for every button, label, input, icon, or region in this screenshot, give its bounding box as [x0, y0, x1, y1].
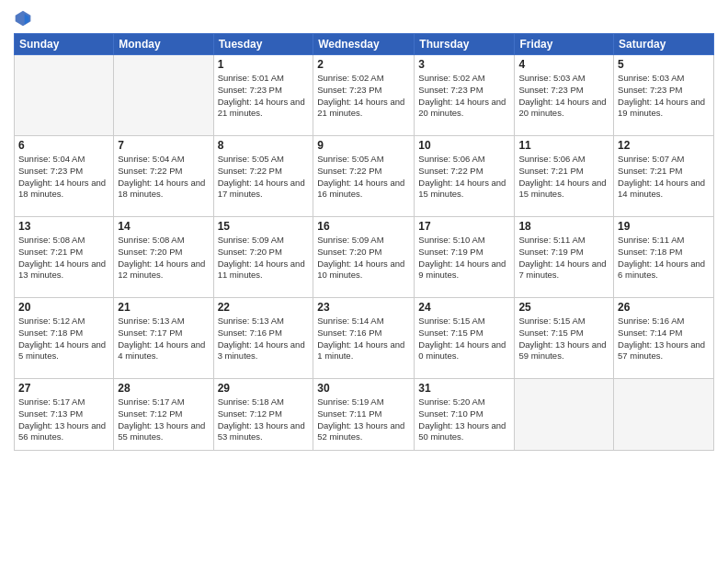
column-header-tuesday: Tuesday — [213, 34, 313, 55]
column-header-thursday: Thursday — [415, 34, 515, 55]
day-info: Sunrise: 5:17 AM Sunset: 7:12 PM Dayligh… — [118, 396, 209, 443]
day-number: 27 — [18, 382, 109, 395]
calendar-cell: 16Sunrise: 5:09 AM Sunset: 7:20 PM Dayli… — [313, 217, 415, 298]
week-row-4: 20Sunrise: 5:12 AM Sunset: 7:18 PM Dayli… — [15, 298, 714, 379]
day-info: Sunrise: 5:11 AM Sunset: 7:18 PM Dayligh… — [618, 235, 710, 282]
day-info: Sunrise: 5:16 AM Sunset: 7:14 PM Dayligh… — [618, 316, 710, 362]
calendar-cell: 12Sunrise: 5:07 AM Sunset: 7:21 PM Dayli… — [614, 136, 714, 217]
day-info: Sunrise: 5:02 AM Sunset: 7:23 PM Dayligh… — [418, 73, 510, 120]
calendar-cell: 8Sunrise: 5:05 AM Sunset: 7:22 PM Daylig… — [213, 136, 313, 217]
calendar-cell: 20Sunrise: 5:12 AM Sunset: 7:18 PM Dayli… — [15, 298, 114, 379]
day-info: Sunrise: 5:11 AM Sunset: 7:19 PM Dayligh… — [518, 235, 609, 282]
calendar-header: SundayMondayTuesdayWednesdayThursdayFrid… — [15, 34, 714, 55]
calendar-cell: 29Sunrise: 5:18 AM Sunset: 7:12 PM Dayli… — [213, 379, 313, 451]
day-info: Sunrise: 5:05 AM Sunset: 7:22 PM Dayligh… — [218, 154, 310, 201]
calendar-cell: 18Sunrise: 5:11 AM Sunset: 7:19 PM Dayli… — [515, 217, 614, 298]
calendar-cell: 5Sunrise: 5:03 AM Sunset: 7:23 PM Daylig… — [614, 55, 714, 136]
calendar-body: 1Sunrise: 5:01 AM Sunset: 7:23 PM Daylig… — [15, 55, 714, 451]
day-number: 17 — [418, 220, 510, 233]
column-header-friday: Friday — [515, 34, 614, 55]
day-number: 30 — [317, 382, 410, 395]
week-row-5: 27Sunrise: 5:17 AM Sunset: 7:13 PM Dayli… — [15, 379, 714, 451]
calendar-cell: 15Sunrise: 5:09 AM Sunset: 7:20 PM Dayli… — [213, 217, 313, 298]
day-number: 4 — [518, 58, 609, 71]
calendar-cell — [614, 379, 714, 451]
day-info: Sunrise: 5:06 AM Sunset: 7:22 PM Dayligh… — [418, 154, 510, 201]
day-info: Sunrise: 5:17 AM Sunset: 7:13 PM Dayligh… — [18, 396, 109, 443]
day-info: Sunrise: 5:19 AM Sunset: 7:11 PM Dayligh… — [317, 396, 410, 443]
day-info: Sunrise: 5:09 AM Sunset: 7:20 PM Dayligh… — [218, 235, 310, 282]
calendar-cell: 28Sunrise: 5:17 AM Sunset: 7:12 PM Dayli… — [114, 379, 213, 451]
logo — [14, 9, 36, 28]
calendar-cell: 24Sunrise: 5:15 AM Sunset: 7:15 PM Dayli… — [415, 298, 515, 379]
day-info: Sunrise: 5:18 AM Sunset: 7:12 PM Dayligh… — [218, 396, 310, 443]
calendar-cell: 27Sunrise: 5:17 AM Sunset: 7:13 PM Dayli… — [15, 379, 114, 451]
day-info: Sunrise: 5:13 AM Sunset: 7:17 PM Dayligh… — [118, 316, 209, 362]
day-number: 3 — [418, 58, 510, 71]
calendar-cell: 17Sunrise: 5:10 AM Sunset: 7:19 PM Dayli… — [415, 217, 515, 298]
day-number: 22 — [218, 301, 310, 314]
day-number: 11 — [518, 139, 609, 152]
day-number: 14 — [118, 220, 209, 233]
day-number: 16 — [317, 220, 410, 233]
calendar-cell: 25Sunrise: 5:15 AM Sunset: 7:15 PM Dayli… — [515, 298, 614, 379]
day-number: 5 — [618, 58, 710, 71]
week-row-3: 13Sunrise: 5:08 AM Sunset: 7:21 PM Dayli… — [15, 217, 714, 298]
calendar-cell: 2Sunrise: 5:02 AM Sunset: 7:23 PM Daylig… — [313, 55, 415, 136]
day-number: 1 — [218, 58, 310, 71]
day-number: 18 — [518, 220, 609, 233]
day-number: 29 — [218, 382, 310, 395]
calendar-cell — [515, 379, 614, 451]
calendar-cell: 1Sunrise: 5:01 AM Sunset: 7:23 PM Daylig… — [213, 55, 313, 136]
column-header-sunday: Sunday — [15, 34, 114, 55]
day-number: 19 — [618, 220, 710, 233]
day-number: 25 — [518, 301, 609, 314]
day-number: 12 — [618, 139, 710, 152]
day-info: Sunrise: 5:02 AM Sunset: 7:23 PM Dayligh… — [317, 73, 410, 120]
calendar-cell: 14Sunrise: 5:08 AM Sunset: 7:20 PM Dayli… — [114, 217, 213, 298]
day-info: Sunrise: 5:03 AM Sunset: 7:23 PM Dayligh… — [618, 73, 710, 120]
calendar-cell: 26Sunrise: 5:16 AM Sunset: 7:14 PM Dayli… — [614, 298, 714, 379]
day-info: Sunrise: 5:08 AM Sunset: 7:20 PM Dayligh… — [118, 235, 209, 282]
calendar-cell: 30Sunrise: 5:19 AM Sunset: 7:11 PM Dayli… — [313, 379, 415, 451]
day-info: Sunrise: 5:15 AM Sunset: 7:15 PM Dayligh… — [418, 316, 510, 362]
day-info: Sunrise: 5:03 AM Sunset: 7:23 PM Dayligh… — [518, 73, 609, 120]
day-number: 31 — [418, 382, 510, 395]
header-row: SundayMondayTuesdayWednesdayThursdayFrid… — [15, 34, 714, 55]
day-info: Sunrise: 5:10 AM Sunset: 7:19 PM Dayligh… — [418, 235, 510, 282]
column-header-saturday: Saturday — [614, 34, 714, 55]
calendar-cell: 9Sunrise: 5:05 AM Sunset: 7:22 PM Daylig… — [313, 136, 415, 217]
day-info: Sunrise: 5:07 AM Sunset: 7:21 PM Dayligh… — [618, 154, 710, 201]
day-info: Sunrise: 5:08 AM Sunset: 7:21 PM Dayligh… — [18, 235, 109, 282]
calendar-cell — [114, 55, 213, 136]
week-row-1: 1Sunrise: 5:01 AM Sunset: 7:23 PM Daylig… — [15, 55, 714, 136]
column-header-wednesday: Wednesday — [313, 34, 415, 55]
day-number: 15 — [218, 220, 310, 233]
day-info: Sunrise: 5:13 AM Sunset: 7:16 PM Dayligh… — [218, 316, 310, 362]
calendar-cell: 4Sunrise: 5:03 AM Sunset: 7:23 PM Daylig… — [515, 55, 614, 136]
day-info: Sunrise: 5:12 AM Sunset: 7:18 PM Dayligh… — [18, 316, 109, 362]
calendar-cell: 21Sunrise: 5:13 AM Sunset: 7:17 PM Dayli… — [114, 298, 213, 379]
day-info: Sunrise: 5:01 AM Sunset: 7:23 PM Dayligh… — [218, 73, 310, 120]
column-header-monday: Monday — [114, 34, 213, 55]
day-number: 24 — [418, 301, 510, 314]
day-info: Sunrise: 5:06 AM Sunset: 7:21 PM Dayligh… — [518, 154, 609, 201]
calendar-cell — [15, 55, 114, 136]
day-number: 9 — [317, 139, 410, 152]
day-number: 21 — [118, 301, 209, 314]
logo-icon — [14, 9, 32, 28]
calendar-cell: 3Sunrise: 5:02 AM Sunset: 7:23 PM Daylig… — [415, 55, 515, 136]
day-number: 28 — [118, 382, 209, 395]
calendar-cell: 10Sunrise: 5:06 AM Sunset: 7:22 PM Dayli… — [415, 136, 515, 217]
day-number: 6 — [18, 139, 109, 152]
day-number: 8 — [218, 139, 310, 152]
calendar-cell: 7Sunrise: 5:04 AM Sunset: 7:22 PM Daylig… — [114, 136, 213, 217]
day-number: 10 — [418, 139, 510, 152]
header — [14, 9, 714, 28]
calendar-cell: 19Sunrise: 5:11 AM Sunset: 7:18 PM Dayli… — [614, 217, 714, 298]
day-number: 2 — [317, 58, 410, 71]
day-info: Sunrise: 5:05 AM Sunset: 7:22 PM Dayligh… — [317, 154, 410, 201]
day-number: 13 — [18, 220, 109, 233]
day-info: Sunrise: 5:15 AM Sunset: 7:15 PM Dayligh… — [518, 316, 609, 362]
page: SundayMondayTuesdayWednesdayThursdayFrid… — [0, 0, 728, 563]
